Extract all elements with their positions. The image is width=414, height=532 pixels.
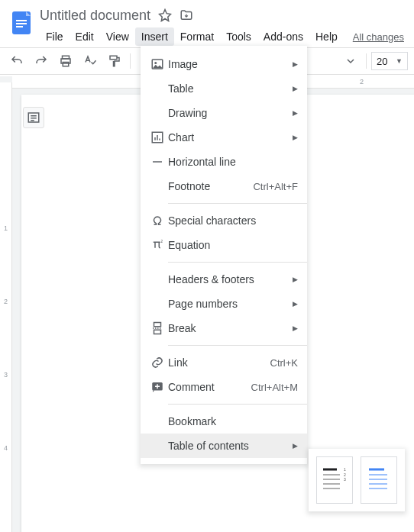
menu-label: Special characters: [168, 214, 298, 227]
pi-icon: 2: [147, 238, 168, 252]
doc-title[interactable]: Untitled document: [40, 8, 150, 24]
outline-toggle-icon[interactable]: [23, 107, 44, 128]
docs-logo[interactable]: [6, 8, 37, 38]
menu-view[interactable]: View: [100, 27, 135, 46]
svg-point-13: [154, 62, 157, 64]
menu-file[interactable]: File: [40, 27, 70, 46]
link-icon: [147, 356, 168, 369]
dropdown-chevron-icon[interactable]: [340, 50, 361, 72]
hline-icon: [147, 155, 168, 169]
menu-insert[interactable]: Insert: [135, 27, 174, 46]
image-icon: [147, 57, 168, 71]
svg-rect-20: [154, 323, 161, 327]
chevron-down-icon: ▼: [396, 57, 403, 65]
insert-break[interactable]: Break ▶: [141, 316, 307, 340]
menu-label: Bookmark: [168, 415, 298, 427]
separator: [366, 53, 367, 69]
menu-label: Break: [168, 322, 288, 334]
menu-tools[interactable]: Tools: [220, 27, 257, 46]
insert-headers-footers[interactable]: Headers & footers ▶: [141, 267, 307, 292]
paint-format-icon[interactable]: [104, 50, 125, 72]
submenu-arrow-icon: ▶: [293, 442, 298, 450]
ruler-tick: 4: [0, 444, 11, 452]
page-break-icon: [147, 321, 168, 335]
menu-label: Comment: [168, 381, 251, 393]
ruler-tick: 2: [0, 298, 11, 305]
star-icon[interactable]: [158, 8, 172, 22]
print-icon[interactable]: [55, 50, 76, 72]
separator: [168, 262, 307, 263]
font-size-value: 20: [377, 56, 387, 67]
insert-bookmark[interactable]: Bookmark: [141, 409, 307, 434]
comment-icon: [147, 380, 168, 394]
submenu-arrow-icon: ▶: [293, 60, 298, 68]
insert-chart[interactable]: Chart ▶: [141, 125, 307, 150]
separator: [168, 345, 307, 346]
insert-horizontal-line[interactable]: Horizontal line: [141, 150, 307, 174]
separator: [168, 404, 307, 405]
shortcut: Ctrl+Alt+M: [251, 382, 298, 393]
menu-help[interactable]: Help: [309, 27, 344, 46]
chart-icon: [147, 131, 168, 144]
save-status[interactable]: All changes: [353, 31, 404, 43]
submenu-arrow-icon: ▶: [293, 109, 298, 117]
insert-comment[interactable]: Comment Ctrl+Alt+M: [141, 375, 307, 399]
insert-image[interactable]: Image ▶: [141, 52, 307, 76]
menu-bar: File Edit View Insert Format Tools Add-o…: [40, 26, 408, 47]
submenu-arrow-icon: ▶: [293, 134, 298, 141]
menu-edit[interactable]: Edit: [70, 27, 100, 46]
submenu-arrow-icon: ▶: [293, 300, 298, 308]
menu-label: Horizontal line: [168, 156, 298, 168]
move-folder-icon[interactable]: [180, 8, 193, 22]
menu-label: Page numbers: [168, 298, 288, 310]
svg-rect-1: [16, 20, 27, 21]
separator: [130, 53, 131, 69]
insert-link[interactable]: Link Ctrl+K: [141, 350, 307, 375]
insert-special-characters[interactable]: Special characters: [141, 208, 307, 233]
insert-drawing[interactable]: Drawing ▶: [141, 101, 307, 125]
insert-dropdown: Image ▶ Table ▶ Drawing ▶ Chart ▶ Horizo…: [141, 46, 307, 464]
menu-label: Drawing: [168, 107, 288, 119]
svg-text:2: 2: [161, 240, 163, 243]
insert-table[interactable]: Table ▶: [141, 76, 307, 101]
menu-label: Equation: [168, 239, 298, 251]
undo-icon[interactable]: [6, 50, 27, 72]
menu-label: Headers & footers: [168, 273, 288, 285]
ruler-tick: 1: [0, 224, 11, 232]
shortcut: Ctrl+Alt+F: [253, 181, 298, 192]
insert-table-of-contents[interactable]: Table of contents ▶: [141, 434, 307, 458]
menu-format[interactable]: Format: [174, 27, 220, 46]
svg-text:3: 3: [344, 477, 346, 482]
menu-label: Table: [168, 82, 288, 95]
menu-label: Table of contents: [168, 440, 288, 452]
svg-rect-3: [16, 26, 23, 27]
svg-text:1: 1: [344, 467, 346, 472]
spellcheck-icon[interactable]: [79, 50, 101, 72]
menu-label: Image: [168, 58, 288, 70]
toc-submenu: 1 2 3: [309, 449, 405, 511]
submenu-arrow-icon: ▶: [293, 85, 298, 92]
font-size-input[interactable]: 20 ▼: [371, 52, 408, 70]
insert-footnote[interactable]: Footnote Ctrl+Alt+F: [141, 174, 307, 198]
toc-links-option[interactable]: [361, 456, 397, 504]
insert-equation[interactable]: 2 Equation: [141, 233, 307, 257]
redo-icon[interactable]: [31, 50, 52, 72]
shortcut: Ctrl+K: [270, 357, 298, 369]
svg-rect-21: [154, 330, 161, 334]
menu-label: Footnote: [168, 180, 253, 192]
svg-rect-7: [110, 56, 117, 60]
svg-rect-2: [16, 23, 27, 24]
ruler-tick: 2: [360, 78, 364, 85]
submenu-arrow-icon: ▶: [293, 276, 298, 283]
submenu-arrow-icon: ▶: [293, 324, 298, 332]
omega-icon: [147, 214, 168, 227]
ruler-tick: 3: [0, 371, 11, 379]
toc-plain-option[interactable]: 1 2 3: [316, 456, 353, 504]
menu-addons[interactable]: Add-ons: [257, 27, 309, 46]
vertical-ruler[interactable]: 1 2 3 4: [0, 82, 12, 532]
separator: [168, 203, 307, 204]
insert-page-numbers[interactable]: Page numbers ▶: [141, 292, 307, 316]
menu-label: Chart: [168, 131, 288, 143]
menu-label: Link: [168, 356, 270, 369]
